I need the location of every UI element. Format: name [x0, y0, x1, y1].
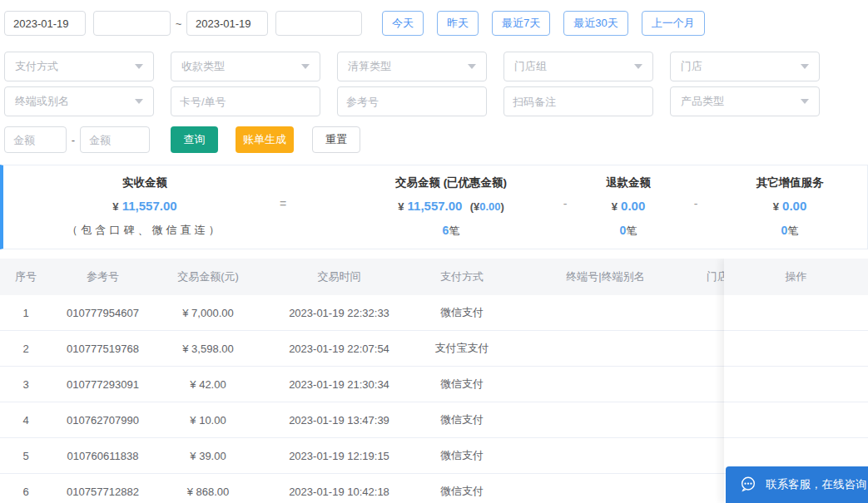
- reference-number-input[interactable]: [337, 86, 487, 116]
- cell-no: 1: [0, 307, 52, 319]
- filter-select[interactable]: 清算类型: [337, 52, 487, 81]
- transaction-label: 交易金额 (已优惠金额): [326, 175, 576, 191]
- cell-time: 2023-01-19 22:07:54: [262, 343, 416, 355]
- date-range-separator: ~: [171, 17, 186, 30]
- chevron-down-icon: [301, 64, 310, 69]
- cell-reference-number: 010762707990: [52, 414, 154, 427]
- quick-range-button[interactable]: 最近7天: [492, 11, 550, 36]
- amount-range-separator: -: [67, 134, 80, 146]
- chevron-down-icon: [801, 64, 809, 69]
- minus-operator: -: [687, 197, 704, 210]
- quick-range-buttons: 今天 昨天 最近7天 最近30天 上一个月: [382, 11, 705, 36]
- product-type-label: 产品类型: [681, 94, 724, 109]
- transaction-amount: ¥ 11,557.00 (¥0.00): [326, 197, 576, 216]
- cell-time: 2023-01-19 22:32:33: [262, 307, 416, 319]
- header-reference-number: 参考号: [52, 269, 154, 284]
- terminal-select-label: 终端或别名: [15, 94, 69, 109]
- amount-min-input[interactable]: [4, 126, 67, 153]
- reset-button[interactable]: 重置: [312, 126, 360, 153]
- summary-transaction: 交易金额 (已优惠金额) ¥ 11,557.00 (¥0.00) 6笔: [326, 165, 576, 239]
- cell-payment-method: 支付宝支付: [416, 341, 508, 356]
- received-label: 实收金额: [20, 175, 270, 191]
- other-services-count-unit: 笔: [787, 224, 798, 237]
- filter-select[interactable]: 门店: [670, 52, 820, 81]
- filter-select-label: 收款类型: [181, 59, 225, 74]
- header-amount: 交易金额(元): [154, 269, 262, 284]
- cell-action: [724, 402, 868, 438]
- start-date-input[interactable]: [4, 11, 86, 36]
- cell-amount: ¥ 42.00: [154, 378, 262, 391]
- amount-max-input[interactable]: [80, 126, 150, 153]
- start-time-input[interactable]: [93, 11, 171, 36]
- quick-range-button[interactable]: 今天: [382, 11, 424, 36]
- cell-payment-method: 微信支付: [416, 305, 508, 320]
- card-number-input[interactable]: [171, 86, 320, 116]
- date-filter-row: ~ 今天 昨天 最近7天 最近30天 上一个月: [4, 11, 705, 36]
- transaction-query-page: ~ 今天 昨天 最近7天 最近30天 上一个月 支付方式: [0, 0, 868, 503]
- terminal-or-alias-select[interactable]: 终端或别名: [4, 86, 154, 116]
- other-services-amount: ¥ 0.00: [707, 197, 868, 216]
- quick-range-button[interactable]: 昨天: [437, 11, 479, 36]
- filter-select-label: 清算类型: [348, 59, 391, 74]
- other-services-label: 其它增值服务: [707, 175, 868, 191]
- cell-amount: ¥ 868.00: [154, 486, 262, 498]
- cell-no: 3: [0, 378, 52, 391]
- received-amount-value: 11,557.00: [122, 199, 177, 213]
- customer-service-button[interactable]: 联系客服，在线咨询: [726, 466, 868, 503]
- cell-no: 4: [0, 414, 52, 427]
- cell-action: [724, 331, 868, 367]
- transaction-count: 6笔: [326, 223, 576, 239]
- header-time: 交易时间: [262, 269, 416, 284]
- refund-count: 0笔: [578, 223, 678, 239]
- end-date-input[interactable]: [186, 11, 268, 36]
- cell-reference-number: 010760611838: [52, 450, 154, 462]
- cell-amount: ¥ 7,000.00: [154, 307, 262, 319]
- equals-operator: =: [275, 197, 291, 210]
- filter-select[interactable]: 收款类型: [171, 52, 320, 81]
- transaction-amount-value: 11,557.00: [408, 199, 463, 213]
- summary-refund: 退款金额 ¥ 0.00 0笔: [578, 165, 678, 239]
- summary-other-services: 其它增值服务 ¥ 0.00 0笔: [707, 165, 868, 239]
- cell-amount: ¥ 39.00: [154, 450, 262, 462]
- cell-action: [724, 295, 868, 331]
- header-payment-method: 支付方式: [416, 269, 508, 284]
- quick-range-button[interactable]: 最近30天: [563, 11, 627, 36]
- cell-payment-method: 微信支付: [416, 484, 508, 499]
- customer-service-label: 联系客服，在线咨询: [766, 477, 867, 492]
- header-terminal: 终端号|终端别名: [508, 269, 703, 284]
- cell-reference-number: 010777519768: [52, 343, 154, 355]
- product-type-select[interactable]: 产品类型: [670, 86, 820, 116]
- chevron-down-icon: [634, 64, 642, 69]
- text-filter-row: 终端或别名 产品类型: [4, 86, 836, 116]
- quick-range-button[interactable]: 上一个月: [642, 11, 705, 36]
- cell-reference-number: 010777954607: [52, 307, 154, 319]
- cell-amount: ¥ 10.00: [154, 414, 262, 427]
- chevron-down-icon: [801, 99, 809, 104]
- refund-amount: ¥ 0.00: [578, 197, 678, 216]
- refund-count-unit: 笔: [626, 224, 637, 237]
- chat-bubble-icon: [739, 476, 757, 494]
- discount-open: (¥: [470, 200, 480, 213]
- received-note: （包含口碑、微信直连）: [20, 223, 270, 238]
- end-time-input[interactable]: [275, 11, 362, 36]
- cell-time: 2023-01-19 10:42:18: [262, 486, 416, 498]
- cell-no: 6: [0, 486, 52, 498]
- refund-amount-value: 0.00: [621, 199, 645, 213]
- cell-payment-method: 微信支付: [416, 377, 508, 392]
- other-services-amount-value: 0.00: [782, 199, 806, 213]
- generate-bill-button[interactable]: 账单生成: [236, 126, 294, 153]
- currency-symbol: ¥: [773, 200, 779, 213]
- chevron-down-icon: [468, 64, 476, 69]
- filter-select[interactable]: 门店组: [503, 52, 653, 81]
- query-button[interactable]: 查询: [171, 126, 218, 153]
- currency-symbol: ¥: [398, 200, 404, 213]
- filter-select-label: 门店组: [514, 59, 547, 74]
- filter-select-label: 支付方式: [15, 59, 58, 74]
- discount-close: ): [501, 200, 504, 213]
- cell-action: [724, 367, 868, 402]
- transaction-count-unit: 笔: [449, 224, 459, 237]
- cell-no: 2: [0, 343, 52, 355]
- scan-note-input[interactable]: [503, 86, 653, 116]
- other-services-count: 0笔: [707, 223, 868, 239]
- filter-select[interactable]: 支付方式: [4, 52, 154, 81]
